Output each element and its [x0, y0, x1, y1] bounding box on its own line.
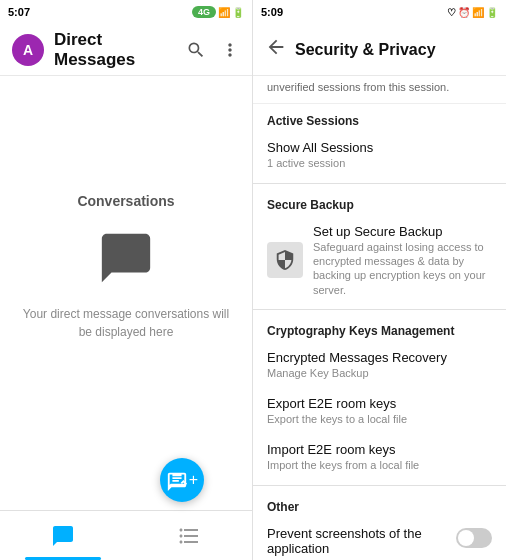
fab-label: + [189, 471, 198, 489]
divider-3 [253, 485, 506, 486]
time-right: 5:09 [261, 6, 283, 18]
show-all-sessions-subtitle: 1 active session [267, 156, 492, 170]
secure-backup-item[interactable]: Set up Secure Backup Safeguard against l… [253, 216, 506, 305]
backup-shield-icon [267, 242, 303, 278]
encrypted-messages-recovery-item[interactable]: Encrypted Messages Recovery Manage Key B… [253, 342, 506, 388]
secure-backup-text: Set up Secure Backup Safeguard against l… [313, 224, 492, 297]
export-e2e-item[interactable]: Export E2E room keys Export the keys to … [253, 388, 506, 434]
empty-conversations-text: Your direct message conversations will b… [20, 305, 232, 341]
wifi-icon: 📶 [472, 7, 484, 18]
signal-icon: 📶 [218, 7, 230, 18]
bottom-nav [0, 510, 252, 560]
avatar[interactable]: A [12, 34, 44, 66]
prevent-screenshots-toggle[interactable] [456, 528, 492, 548]
encrypted-messages-title: Encrypted Messages Recovery [267, 350, 492, 365]
more-options-button[interactable] [220, 40, 240, 60]
status-bar-left: 5:07 4G 📶 🔋 [0, 0, 252, 24]
encrypted-messages-subtitle: Manage Key Backup [267, 366, 492, 380]
sessions-note: unverified sessions from this session. [253, 76, 506, 104]
export-e2e-title: Export E2E room keys [267, 396, 492, 411]
header-left: A Direct Messages [0, 24, 252, 76]
status-icons-left: 4G 📶 🔋 [192, 6, 244, 18]
battery-icon: 🔋 [232, 7, 244, 18]
prevent-screenshots-text: Prevent screenshots of the application E… [267, 526, 456, 560]
back-button[interactable] [265, 36, 287, 63]
divider-2 [253, 309, 506, 310]
other-header: Other [253, 490, 506, 518]
prevent-screenshots-item: Prevent screenshots of the application E… [253, 518, 506, 560]
divider-1 [253, 183, 506, 184]
secure-backup-title: Set up Secure Backup [313, 224, 492, 239]
alarm-icon: ⏰ [458, 7, 470, 18]
nav-chat[interactable] [0, 511, 126, 560]
import-e2e-subtitle: Import the keys from a local file [267, 458, 492, 472]
battery-right-icon: 🔋 [486, 7, 498, 18]
prevent-screenshots-title: Prevent screenshots of the application [267, 526, 456, 556]
secure-backup-subtitle: Safeguard against losing access to encry… [313, 240, 492, 297]
show-all-sessions-item[interactable]: Show All Sessions 1 active session [253, 132, 506, 178]
nav-rooms[interactable] [126, 511, 252, 560]
secure-backup-header: Secure Backup [253, 188, 506, 216]
empty-chat-icon [97, 229, 155, 291]
active-sessions-header: Active Sessions [253, 104, 506, 132]
status-bar-right: 5:09 ♡ ⏰ 📶 🔋 [253, 0, 506, 24]
network-pill: 4G [192, 6, 216, 18]
left-panel: 5:07 4G 📶 🔋 A Direct Messages Conversati… [0, 0, 253, 560]
import-e2e-item[interactable]: Import E2E room keys Import the keys fro… [253, 434, 506, 480]
status-icons-right: ♡ ⏰ 📶 🔋 [447, 7, 498, 18]
page-title-right: Security & Privacy [295, 41, 436, 59]
time-left: 5:07 [8, 6, 30, 18]
export-e2e-subtitle: Export the keys to a local file [267, 412, 492, 426]
header-right: Security & Privacy [253, 24, 506, 76]
conversations-label: Conversations [77, 193, 174, 209]
conversations-area: Conversations Your direct message conver… [0, 76, 252, 458]
header-icons-left [186, 40, 240, 60]
page-title-left: Direct Messages [54, 30, 176, 70]
settings-content: unverified sessions from this session. A… [253, 76, 506, 560]
search-button[interactable] [186, 40, 206, 60]
right-panel: 5:09 ♡ ⏰ 📶 🔋 Security & Privacy unverifi… [253, 0, 506, 560]
new-message-fab[interactable]: + [160, 458, 204, 502]
heart-icon: ♡ [447, 7, 456, 18]
crypto-keys-header: Cryptography Keys Management [253, 314, 506, 342]
show-all-sessions-title: Show All Sessions [267, 140, 492, 155]
import-e2e-title: Import E2E room keys [267, 442, 492, 457]
